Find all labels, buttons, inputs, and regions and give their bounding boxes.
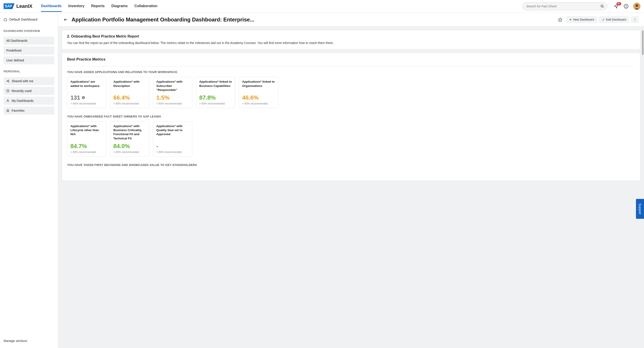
- sidebar-shared-with-me[interactable]: Shared with me: [4, 77, 54, 85]
- svg-point-6: [7, 81, 8, 82]
- pencil-icon: [602, 18, 605, 21]
- svg-point-18: [634, 18, 635, 19]
- svg-marker-13: [6, 109, 9, 112]
- tile-subtext: > 90% recommended: [113, 102, 146, 105]
- overview-section-title: DASHBOARD OVERVIEW: [4, 29, 54, 33]
- tile-value: 84.0%: [113, 143, 130, 150]
- clock-icon: [6, 89, 10, 92]
- dots-vertical-icon: [633, 18, 636, 21]
- search-wrap: [522, 2, 607, 10]
- tile-value: 46.6%: [242, 94, 259, 101]
- sidebar-user-defined[interactable]: User defined: [4, 56, 54, 64]
- sidebar-my-dashboards[interactable]: My Dashboards: [4, 97, 54, 105]
- svg-point-12: [8, 100, 8, 101]
- sap-badge: SAP: [4, 3, 14, 9]
- notifications-icon[interactable]: 9+: [614, 3, 619, 9]
- intro-title: 2. Onboarding Best Practice Metric Repor…: [67, 34, 635, 38]
- metric-tile[interactable]: Applications* with Quality Seal set to A…: [153, 121, 192, 157]
- sidebar-favorites[interactable]: Favorites: [4, 107, 54, 115]
- metrics-heading: Best Practice Metrics: [67, 57, 635, 62]
- tile-title: Applications* with Subscriber "Responsib…: [156, 80, 189, 92]
- back-button[interactable]: [64, 17, 68, 22]
- svg-marker-15: [558, 18, 562, 21]
- svg-point-0: [601, 5, 603, 7]
- svg-line-1: [603, 7, 604, 7]
- tile-subtext: > 80% recommended: [113, 151, 146, 154]
- metrics-card: Best Practice Metrics YOU HAVE ADDED APP…: [62, 53, 640, 180]
- svg-line-10: [8, 81, 8, 82]
- manage-sections-link[interactable]: Manage sections: [4, 337, 54, 345]
- tile-subtext: > 80% recommended: [70, 151, 103, 154]
- star-outline-icon: [558, 17, 562, 22]
- nav-collaboration[interactable]: Collaboration: [134, 0, 158, 12]
- metrics-section-label: YOU HAVE TAKEN FIRST DECISIONS AND SHOWC…: [67, 163, 635, 167]
- divider: [67, 66, 635, 66]
- avatar[interactable]: [633, 3, 640, 10]
- search-input[interactable]: [522, 2, 607, 10]
- metric-tile[interactable]: Applications* with Business Criticality,…: [110, 121, 149, 157]
- metric-tile[interactable]: Applications* with Description66.4%> 90%…: [110, 77, 149, 108]
- info-icon[interactable]: i: [82, 96, 85, 99]
- sidebar: Default Dashboard DASHBOARD OVERVIEW All…: [0, 12, 58, 348]
- tile-title: Applications* are added to workspace: [70, 80, 103, 88]
- nav-reports[interactable]: Reports: [91, 0, 105, 12]
- star-icon: [6, 109, 10, 112]
- leanix-text: LeanIX: [16, 3, 32, 9]
- topbar: SAP LeanIX Dashboards Inventory Reports …: [0, 0, 644, 12]
- favorite-button[interactable]: [558, 17, 562, 22]
- tile-subtext: > 80% recommended: [242, 102, 275, 105]
- tile-subtext: > 60% recommended: [70, 102, 103, 105]
- tiles-row: Applications* are added to workspace131i…: [67, 77, 635, 108]
- page-title: Application Portfolio Management Onboard…: [72, 16, 554, 23]
- help-icon[interactable]: [624, 3, 629, 9]
- new-dashboard-button[interactable]: New Dashboard: [566, 16, 597, 23]
- svg-point-7: [8, 80, 9, 81]
- default-dashboard-link[interactable]: Default Dashboard: [4, 16, 54, 24]
- tile-title: Applications* with Quality Seal set to A…: [156, 124, 189, 137]
- main: Application Portfolio Management Onboard…: [58, 12, 644, 348]
- metrics-section-label: YOU HAVE ADDED APPLICATIONS AND RELATION…: [67, 70, 635, 74]
- scrollbar-thumb[interactable]: [642, 30, 644, 55]
- tile-subtext: > 90% recommended: [156, 102, 189, 105]
- metric-tile[interactable]: Applications* with Subscriber "Responsib…: [153, 77, 192, 108]
- nav-inventory[interactable]: Inventory: [68, 0, 84, 12]
- svg-point-19: [634, 19, 635, 20]
- support-tab[interactable]: Support: [636, 199, 644, 219]
- user-icon: [6, 99, 10, 102]
- share-icon: [6, 80, 10, 83]
- sidebar-recently-used[interactable]: Recently used: [4, 87, 54, 95]
- intro-card: 2. Onboarding Best Practice Metric Repor…: [62, 30, 640, 49]
- tile-subtext: > 80% recommended: [156, 151, 189, 154]
- intro-body: You can find the report as part of the o…: [67, 41, 635, 45]
- notifications-badge: 9+: [616, 2, 621, 5]
- svg-line-9: [8, 80, 8, 81]
- tile-title: Applications* with Description: [113, 80, 146, 88]
- metrics-section-label: YOU HAVE ONBOARDED FACT SHEET OWNERS TO …: [67, 115, 635, 118]
- svg-point-8: [8, 82, 9, 82]
- tile-value: 87.8%: [199, 94, 216, 101]
- tile-subtext: > 80% recommended: [199, 102, 232, 105]
- metric-tile[interactable]: Applications* are added to workspace131i…: [67, 77, 106, 108]
- svg-point-5: [636, 4, 638, 7]
- metric-tile[interactable]: Applications* with Lifecycle other than …: [67, 121, 106, 157]
- nav-diagrams[interactable]: Diagrams: [111, 0, 128, 12]
- tile-value: 131: [70, 94, 80, 101]
- content-scroll[interactable]: 2. Onboarding Best Practice Metric Repor…: [58, 26, 644, 348]
- home-icon: [4, 18, 7, 21]
- sidebar-all-dashboards[interactable]: All Dashboards: [4, 37, 54, 45]
- svg-point-20: [634, 20, 635, 21]
- sidebar-predefined[interactable]: Predefined: [4, 46, 54, 54]
- more-button[interactable]: [631, 16, 639, 23]
- metric-tile[interactable]: Applications* linked to Business Capabil…: [196, 77, 235, 108]
- logo[interactable]: SAP LeanIX: [4, 3, 32, 9]
- personal-section-title: PERSONAL: [4, 70, 54, 73]
- tile-title: Applications* with Lifecycle other than …: [70, 124, 103, 137]
- topbar-icons: 9+: [614, 3, 640, 10]
- tile-title: Applications* linked to Business Capabil…: [199, 80, 232, 88]
- default-dashboard-label: Default Dashboard: [10, 17, 37, 21]
- search-icon[interactable]: [600, 4, 604, 8]
- nav-dashboards[interactable]: Dashboards: [41, 0, 62, 12]
- tiles-row: Applications* with Lifecycle other than …: [67, 121, 635, 157]
- edit-dashboard-button[interactable]: Edit Dashboard: [599, 16, 629, 23]
- metric-tile[interactable]: Applications* linked to Organizations46.…: [239, 77, 278, 108]
